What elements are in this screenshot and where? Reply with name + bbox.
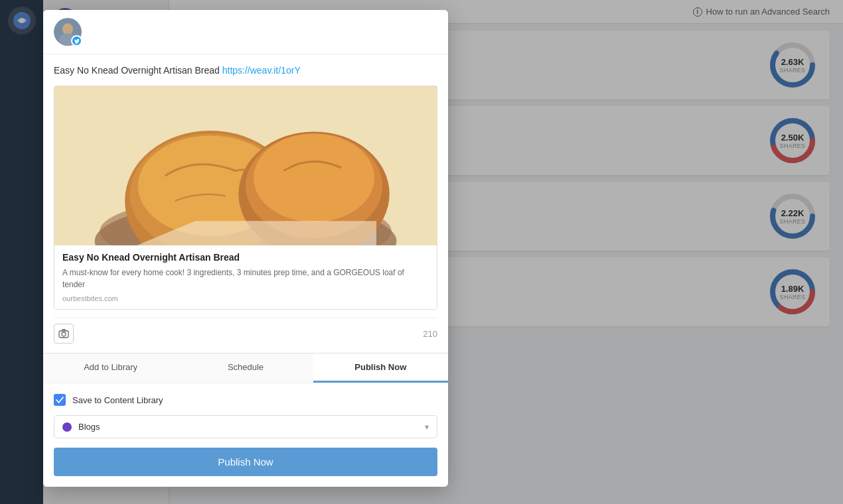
tab-row: Add to Library Schedule Publish Now xyxy=(43,353,448,383)
tab-publish-now[interactable]: Publish Now xyxy=(313,353,448,383)
modal-twitter-badge xyxy=(71,35,82,46)
dropdown-selected-label: Blogs xyxy=(78,422,425,432)
content-library-dropdown[interactable]: Blogs ▾ xyxy=(54,415,437,438)
post-link[interactable]: https://weav.it/1orY xyxy=(222,65,301,76)
tab-schedule[interactable]: Schedule xyxy=(178,353,313,383)
svg-point-26 xyxy=(254,133,374,221)
svg-point-29 xyxy=(62,332,66,336)
publish-section: Save to Content Library Blogs ▾ Publish … xyxy=(43,383,448,487)
modal-footer-row: 210 xyxy=(54,318,437,344)
link-preview-content: Easy No Knead Overnight Artisan Bread A … xyxy=(54,245,437,309)
char-count: 210 xyxy=(423,329,437,339)
modal-avatar-wrap xyxy=(54,18,82,46)
publish-now-button[interactable]: Publish Now xyxy=(54,448,437,476)
post-text: Easy No Knead Overnight Artisan Bread ht… xyxy=(54,64,437,78)
link-preview-desc: A must-know for every home cook! 3 ingre… xyxy=(62,267,429,290)
camera-button[interactable] xyxy=(54,324,74,344)
save-to-library-checkbox[interactable] xyxy=(54,394,66,406)
link-preview-title: Easy No Knead Overnight Artisan Bread xyxy=(62,252,429,263)
link-preview-image xyxy=(54,86,437,245)
save-to-library-row: Save to Content Library xyxy=(54,394,437,406)
compose-modal: Easy No Knead Overnight Artisan Bread ht… xyxy=(43,10,448,487)
dropdown-color-dot xyxy=(62,422,72,432)
link-preview-card: Easy No Knead Overnight Artisan Bread A … xyxy=(54,86,437,310)
modal-body: Easy No Knead Overnight Artisan Bread ht… xyxy=(43,54,448,353)
modal-header xyxy=(43,10,448,54)
link-preview-domain: ourbestbites.com xyxy=(62,294,429,302)
tab-add-to-library[interactable]: Add to Library xyxy=(43,353,178,383)
save-to-library-label: Save to Content Library xyxy=(72,395,163,405)
chevron-down-icon: ▾ xyxy=(425,422,429,432)
